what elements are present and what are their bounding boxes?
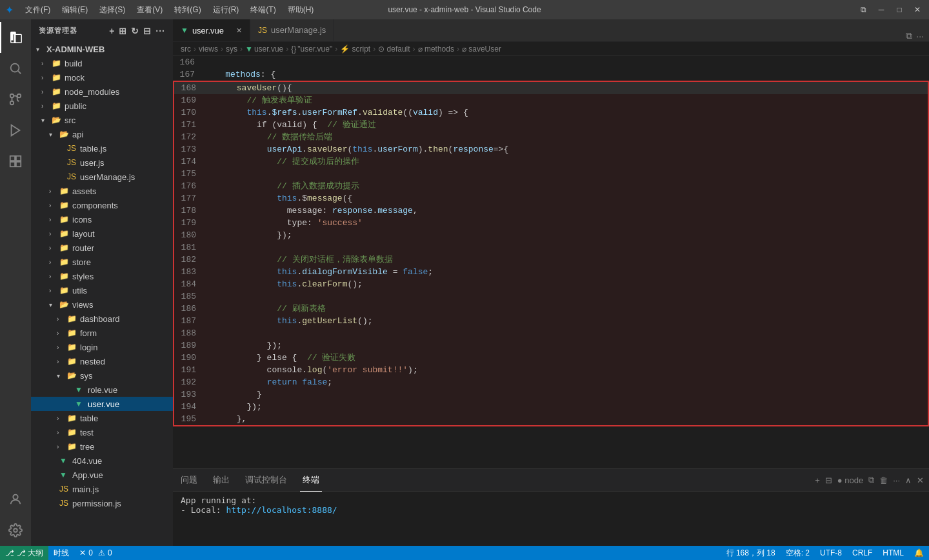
- status-encoding[interactable]: UTF-8: [815, 548, 847, 557]
- more-options-icon[interactable]: ···: [155, 26, 165, 36]
- status-line-ending[interactable]: CRLF: [847, 548, 877, 557]
- close-button[interactable]: ✕: [911, 5, 924, 14]
- status-spaces[interactable]: 空格: 2: [781, 548, 815, 559]
- sidebar-item-store[interactable]: › 📁 store: [31, 255, 173, 269]
- more-tabs-icon[interactable]: ···: [916, 31, 924, 41]
- breadcrumb-methods[interactable]: ⌀ methods: [418, 45, 454, 54]
- code-editor[interactable]: 166 167 methods: {168 saveUser(){169 // …: [173, 56, 929, 468]
- panel-tab-debug[interactable]: 调试控制台: [243, 469, 290, 492]
- breadcrumb-default[interactable]: ⊙ default: [378, 45, 410, 54]
- sidebar-item-node-modules[interactable]: › 📁 node_modules: [31, 85, 173, 99]
- sidebar-item-main-js[interactable]: JS main.js: [31, 482, 173, 496]
- sidebar-item-404-vue[interactable]: ▼ 404.vue: [31, 454, 173, 468]
- breadcrumb-saveuser[interactable]: ⌀ saveUser: [462, 45, 501, 54]
- status-errors[interactable]: ✕ 0 ⚠ 0: [74, 546, 117, 560]
- minimize-button[interactable]: ─: [875, 5, 888, 14]
- item-label: test: [80, 428, 94, 437]
- panel-tab-problems[interactable]: 问题: [178, 469, 200, 492]
- breadcrumb-script[interactable]: ⚡ script: [340, 45, 370, 54]
- sidebar-item-role-vue[interactable]: ▼ role.vue: [31, 383, 173, 397]
- sidebar-item-form[interactable]: › 📁 form: [31, 326, 173, 340]
- sidebar-item-api[interactable]: ▾ 📂 api: [31, 127, 173, 141]
- menu-select[interactable]: 选择(S): [94, 5, 130, 15]
- menu-view[interactable]: 查看(V): [132, 5, 168, 15]
- sidebar-item-user-vue[interactable]: ▼ user.vue: [31, 397, 173, 411]
- sidebar-item-app-vue[interactable]: ▼ App.vue: [31, 468, 173, 482]
- status-position[interactable]: 行 168，列 18: [721, 548, 781, 559]
- sidebar-item-mock[interactable]: › 📁 mock: [31, 70, 173, 85]
- sidebar-item-permission-js[interactable]: JS permission.js: [31, 496, 173, 510]
- sidebar-item-router[interactable]: › 📁 router: [31, 241, 173, 255]
- breadcrumb-obj[interactable]: {}: [291, 45, 296, 54]
- sidebar-item-build[interactable]: › 📁 build: [31, 56, 173, 70]
- sidebar-item-sys[interactable]: ▾ 📂 sys: [31, 368, 173, 383]
- menu-file[interactable]: 文件(F): [20, 5, 55, 15]
- sidebar-item-public[interactable]: › 📁 public: [31, 99, 173, 113]
- panel-tab-terminal[interactable]: 终端: [300, 469, 322, 492]
- status-branch[interactable]: 时线: [48, 546, 74, 560]
- new-folder-icon[interactable]: ⊞: [119, 26, 127, 36]
- sidebar-root[interactable]: ▾ X-ADMIN-WEB: [31, 42, 173, 56]
- panel-up-icon[interactable]: ∧: [905, 475, 912, 485]
- sidebar-item-components[interactable]: › 📁 components: [31, 198, 173, 212]
- sidebar-item-icons[interactable]: › 📁 icons: [31, 212, 173, 226]
- more-panel-icon[interactable]: ···: [893, 475, 900, 485]
- collapse-all-icon[interactable]: ⊟: [143, 26, 152, 36]
- sidebar-item-src[interactable]: ▾ 📂 src: [31, 113, 173, 127]
- breadcrumb-file[interactable]: user.vue: [254, 45, 283, 54]
- sidebar-item-assets[interactable]: › 📁 assets: [31, 184, 173, 198]
- split-editor-icon[interactable]: ⧉: [857, 5, 870, 14]
- delete-terminal-icon[interactable]: 🗑: [879, 475, 888, 485]
- activity-account[interactable]: [0, 484, 31, 515]
- split-terminal-icon[interactable]: ⊟: [825, 475, 832, 485]
- sidebar-item-nested[interactable]: › 📁 nested: [31, 354, 173, 368]
- sidebar-item-usermanage-js[interactable]: JS userManage.js: [31, 170, 173, 184]
- menu-edit[interactable]: 编辑(E): [57, 5, 93, 15]
- line-content: [206, 290, 928, 303]
- status-remote[interactable]: ⎇ ⎇ 大纲: [0, 546, 48, 560]
- activity-run-debug[interactable]: [0, 115, 31, 146]
- sidebar-item-login[interactable]: › 📁 login: [31, 340, 173, 354]
- breadcrumb-name[interactable]: "user.vue": [297, 45, 332, 54]
- add-terminal-icon[interactable]: +: [815, 475, 820, 485]
- sidebar-item-table[interactable]: › 📁 table: [31, 411, 173, 425]
- menu-help[interactable]: 帮助(H): [283, 5, 319, 15]
- sidebar-item-test[interactable]: › 📁 test: [31, 425, 173, 439]
- tab-user-vue[interactable]: ▼ user.vue ✕: [173, 19, 250, 41]
- terminal-url[interactable]: http://localhost:8888/: [226, 505, 337, 515]
- new-file-icon[interactable]: +: [109, 26, 115, 36]
- activity-source-control[interactable]: [0, 84, 31, 115]
- breadcrumb-src[interactable]: src: [181, 45, 191, 54]
- warning-count: 0: [108, 548, 112, 557]
- line-number: 178: [174, 205, 206, 217]
- sidebar-item-utils[interactable]: › 📁 utils: [31, 283, 173, 297]
- maximize-button[interactable]: □: [893, 5, 906, 14]
- item-label: table.js: [80, 144, 106, 154]
- menu-terminal[interactable]: 终端(T): [245, 5, 281, 15]
- menu-goto[interactable]: 转到(G): [169, 5, 206, 15]
- sidebar-item-tree[interactable]: › 📁 tree: [31, 439, 173, 454]
- breadcrumb-sys[interactable]: sys: [226, 45, 237, 54]
- status-language[interactable]: HTML: [877, 548, 909, 557]
- breadcrumb-views[interactable]: views: [199, 45, 218, 54]
- close-panel-icon[interactable]: ✕: [917, 475, 924, 485]
- sidebar-item-dashboard[interactable]: › 📁 dashboard: [31, 312, 173, 326]
- split-editor-button[interactable]: ⧉: [906, 30, 912, 41]
- sidebar-item-styles[interactable]: › 📁 styles: [31, 269, 173, 283]
- activity-extensions[interactable]: [0, 146, 31, 177]
- activity-explorer[interactable]: [0, 22, 31, 53]
- activity-search[interactable]: [0, 53, 31, 84]
- sidebar-item-layout[interactable]: › 📁 layout: [31, 226, 173, 241]
- tab-close-icon[interactable]: ✕: [236, 26, 242, 35]
- svg-marker-7: [12, 125, 20, 136]
- sidebar-item-user-js[interactable]: JS user.js: [31, 155, 173, 170]
- menu-run[interactable]: 运行(R): [208, 5, 245, 15]
- activity-settings[interactable]: [0, 515, 31, 546]
- panel-layout-icon[interactable]: ⧉: [868, 475, 874, 485]
- sidebar-item-table-js[interactable]: JS table.js: [31, 141, 173, 155]
- tab-usermanage-js[interactable]: JS userManage.js: [250, 19, 334, 41]
- refresh-icon[interactable]: ↻: [131, 26, 139, 36]
- status-notifications[interactable]: 🔔: [909, 548, 929, 557]
- panel-tab-output[interactable]: 输出: [210, 469, 232, 492]
- sidebar-item-views[interactable]: ▾ 📂 views: [31, 297, 173, 312]
